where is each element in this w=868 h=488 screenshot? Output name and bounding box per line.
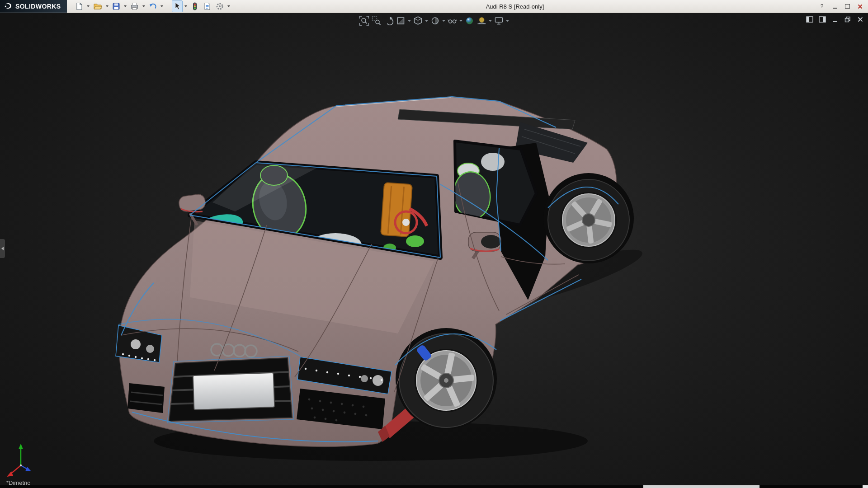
close-button[interactable] <box>854 2 865 11</box>
zoom-to-area-icon <box>372 16 382 26</box>
open-folder-icon <box>93 2 102 10</box>
options-dropdown-caret[interactable] <box>227 5 230 7</box>
open-button[interactable] <box>91 0 104 12</box>
doc-minimize-button[interactable] <box>831 15 839 23</box>
edit-appearance-sphere-icon <box>465 16 475 26</box>
print-icon <box>130 2 139 10</box>
toolbar-separator <box>168 2 168 11</box>
taskbar-corner-segment[interactable] <box>863 485 868 488</box>
hide-show-glasses-icon <box>448 16 458 26</box>
display-style-icon <box>430 16 440 26</box>
collapse-arrow-icon <box>1 247 4 250</box>
view-settings-button[interactable] <box>494 15 505 26</box>
view-settings-monitor-icon <box>494 16 504 26</box>
main-toolbar <box>67 0 231 12</box>
zoom-to-fit-icon <box>359 16 369 26</box>
restore-icon <box>844 16 851 23</box>
feature-pane-collapse-handle[interactable] <box>0 239 5 258</box>
section-dropdown-caret[interactable] <box>408 20 411 22</box>
previous-view-icon <box>384 16 394 26</box>
undo-icon <box>149 2 157 10</box>
graphics-area[interactable]: *Dimetric <box>0 13 868 485</box>
close-icon <box>857 16 863 23</box>
triad-y-axis <box>19 444 23 449</box>
file-properties-icon <box>203 2 211 10</box>
minimize-button[interactable] <box>829 2 840 11</box>
rebuild-button[interactable] <box>189 0 201 12</box>
reference-triad <box>7 444 31 477</box>
apply-scene-icon <box>477 16 487 26</box>
view-settings-dropdown-caret[interactable] <box>506 20 509 22</box>
hide-show-items-button[interactable] <box>447 15 458 26</box>
undo-dropdown-caret[interactable] <box>160 5 163 7</box>
view-orientation-label: *Dimetric <box>6 479 30 485</box>
section-view-button[interactable] <box>396 15 406 26</box>
save-icon <box>112 2 120 10</box>
apply-scene-button[interactable] <box>476 15 487 26</box>
open-dropdown-caret[interactable] <box>106 5 108 7</box>
brand-name: SOLIDWORKS <box>15 3 61 10</box>
maximize-button[interactable] <box>842 2 853 11</box>
print-dropdown-caret[interactable] <box>142 5 145 7</box>
help-button[interactable]: ? <box>816 2 827 11</box>
pane-right-icon <box>819 16 826 23</box>
options-button[interactable] <box>214 0 226 12</box>
save-dropdown-caret[interactable] <box>124 5 127 7</box>
apply-scene-dropdown-caret[interactable] <box>489 20 492 22</box>
doc-close-button[interactable] <box>856 15 864 23</box>
select-arrow-icon <box>174 2 181 10</box>
zoom-to-fit-button[interactable] <box>359 15 370 26</box>
new-document-icon <box>75 2 83 10</box>
new-dropdown-caret[interactable] <box>87 5 90 7</box>
pane-left-icon <box>806 16 813 23</box>
hide-show-dropdown-caret[interactable] <box>460 20 462 22</box>
rebuild-traffic-light-icon <box>191 2 199 10</box>
select-button[interactable] <box>172 0 183 12</box>
close-icon <box>858 4 863 9</box>
document-window-controls <box>806 15 864 23</box>
new-document-button[interactable] <box>73 0 85 12</box>
minimize-icon <box>832 16 838 23</box>
show-task-pane-button[interactable] <box>818 15 826 23</box>
save-button[interactable] <box>110 0 122 12</box>
dassault-systemes-logo-icon <box>4 3 13 10</box>
doc-restore-button[interactable] <box>844 15 852 23</box>
select-dropdown-caret[interactable] <box>184 5 187 7</box>
view-orientation-cube-icon <box>413 16 423 26</box>
license-plate <box>193 373 275 410</box>
side-window[interactable] <box>451 141 536 225</box>
left-lower-intake <box>127 383 165 413</box>
zoom-to-area-button[interactable] <box>371 15 382 26</box>
edit-appearance-button[interactable] <box>464 15 475 26</box>
previous-view-button[interactable] <box>383 15 394 26</box>
display-style-button[interactable] <box>430 15 441 26</box>
heads-up-view-toolbar <box>359 15 509 26</box>
bottom-screen-strip <box>0 485 868 488</box>
view-orientation-dropdown-caret[interactable] <box>425 20 428 22</box>
show-feature-pane-button[interactable] <box>806 15 814 23</box>
print-button[interactable] <box>128 0 141 12</box>
car-model-3d-view[interactable] <box>0 13 868 485</box>
app-titlebar: SOLIDWORKS <box>0 0 868 13</box>
window-controls: ? <box>816 2 868 11</box>
solidworks-logo: SOLIDWORKS <box>0 0 67 13</box>
view-orientation-button[interactable] <box>413 15 424 26</box>
display-style-dropdown-caret[interactable] <box>443 20 445 22</box>
section-view-icon <box>396 16 406 26</box>
file-properties-button[interactable] <box>202 0 213 12</box>
undo-button[interactable] <box>147 0 159 12</box>
options-gear-icon <box>216 2 224 10</box>
taskbar-segment[interactable] <box>643 485 760 488</box>
document-title: Audi R8 S [Read-only] <box>486 0 544 13</box>
